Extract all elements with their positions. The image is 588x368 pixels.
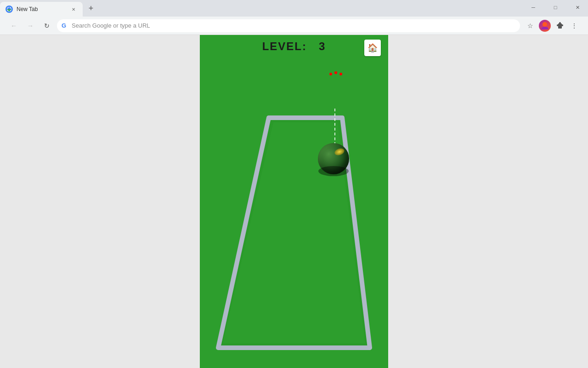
ball-shine <box>334 147 345 157</box>
minimize-button[interactable]: ─ <box>523 0 544 15</box>
profile-avatar <box>539 20 551 32</box>
toolbar-icons: ☆ ⋮ <box>524 19 581 32</box>
maximize-button[interactable]: □ <box>545 0 566 15</box>
tab-bar: New Tab ✕ + ─ □ ✕ <box>0 0 588 17</box>
court-svg <box>209 113 379 352</box>
address-field[interactable]: Search Google or type a URL <box>57 19 520 32</box>
close-button[interactable]: ✕ <box>567 0 588 15</box>
level-header: LEVEL: 3 🏠 <box>200 35 388 58</box>
active-tab[interactable]: New Tab ✕ <box>0 2 83 17</box>
home-icon: 🏠 <box>368 43 378 53</box>
refresh-button[interactable]: ↻ <box>40 19 53 32</box>
tab-title: New Tab <box>17 6 66 12</box>
level-text: LEVEL: 3 <box>262 40 326 53</box>
red-dot-3 <box>339 73 342 75</box>
red-dot-1 <box>329 73 332 75</box>
google-icon: G <box>62 22 66 29</box>
extensions-button[interactable] <box>553 19 566 32</box>
level-number: 3 <box>319 40 326 52</box>
address-bar: ← → ↻ G Search Google or type a URL ☆ ⋮ <box>0 17 588 35</box>
address-text: Search Google or type a URL <box>72 22 150 29</box>
level-label: LEVEL: <box>262 40 307 52</box>
home-button[interactable]: 🏠 <box>364 40 381 56</box>
game-container[interactable]: LEVEL: 3 🏠 <box>200 35 388 368</box>
new-tab-button[interactable]: + <box>85 2 97 15</box>
ball-container <box>318 143 349 174</box>
page-content: LEVEL: 3 🏠 <box>0 35 588 368</box>
ball-shadow <box>318 166 349 176</box>
red-dots <box>329 73 342 75</box>
profile-button[interactable] <box>538 19 551 32</box>
tab-close-button[interactable]: ✕ <box>70 6 77 13</box>
window-controls: ─ □ ✕ <box>523 0 588 15</box>
address-wrapper: G Search Google or type a URL <box>57 19 520 32</box>
red-dot-2 <box>334 71 337 74</box>
tab-favicon <box>6 6 13 13</box>
back-button[interactable]: ← <box>7 19 20 32</box>
bookmark-button[interactable]: ☆ <box>524 19 537 32</box>
forward-button[interactable]: → <box>24 19 37 32</box>
menu-button[interactable]: ⋮ <box>568 19 581 32</box>
